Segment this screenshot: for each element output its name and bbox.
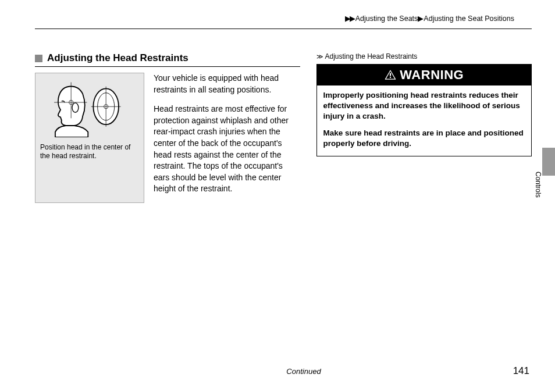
section-bullet-icon bbox=[35, 55, 42, 62]
header-rule bbox=[35, 28, 532, 29]
warning-header: WARNING bbox=[317, 65, 531, 85]
section-heading: Adjusting the Head Restraints bbox=[35, 52, 300, 67]
page-number: 141 bbox=[513, 365, 529, 377]
breadcrumb: ▶▶Adjusting the Seats▶Adjusting the Seat… bbox=[35, 14, 532, 26]
continued-label: Continued bbox=[286, 367, 321, 376]
section-heading-text: Adjusting the Head Restraints bbox=[47, 52, 188, 64]
warning-p2: Make sure head restraints are in place a… bbox=[323, 128, 525, 149]
side-tab bbox=[542, 148, 555, 176]
breadcrumb-arrows-icon: ▶▶ bbox=[345, 15, 354, 23]
warning-p1: Improperly positioning head restraints r… bbox=[323, 90, 525, 122]
double-arrow-icon: ≫ bbox=[316, 53, 322, 60]
body-p1: Your vehicle is equipped with head restr… bbox=[154, 73, 300, 95]
svg-point-1 bbox=[72, 103, 79, 112]
sidebar-subheading: ≫ Adjusting the Head Restraints bbox=[316, 52, 532, 60]
warning-title: WARNING bbox=[400, 67, 464, 83]
svg-rect-11 bbox=[390, 77, 391, 78]
body-text: Your vehicle is equipped with head restr… bbox=[154, 73, 300, 203]
illustration-box: Position head in the center of the head … bbox=[35, 73, 144, 203]
head-restraint-illustration bbox=[40, 79, 139, 137]
warning-triangle-icon bbox=[385, 70, 396, 80]
breadcrumb-part1: Adjusting the Seats bbox=[355, 15, 418, 23]
svg-rect-10 bbox=[390, 73, 391, 76]
illustration-caption: Position head in the center of the head … bbox=[40, 143, 139, 161]
warning-box: WARNING Improperly positioning head rest… bbox=[316, 64, 532, 156]
body-p2: Head restraints are most effective for p… bbox=[154, 104, 300, 195]
breadcrumb-part2: Adjusting the Seat Positions bbox=[424, 15, 514, 23]
side-chapter-label: Controls bbox=[534, 172, 542, 198]
breadcrumb-sep-icon: ▶ bbox=[418, 15, 424, 23]
sidebar-subheading-text: Adjusting the Head Restraints bbox=[325, 52, 417, 60]
